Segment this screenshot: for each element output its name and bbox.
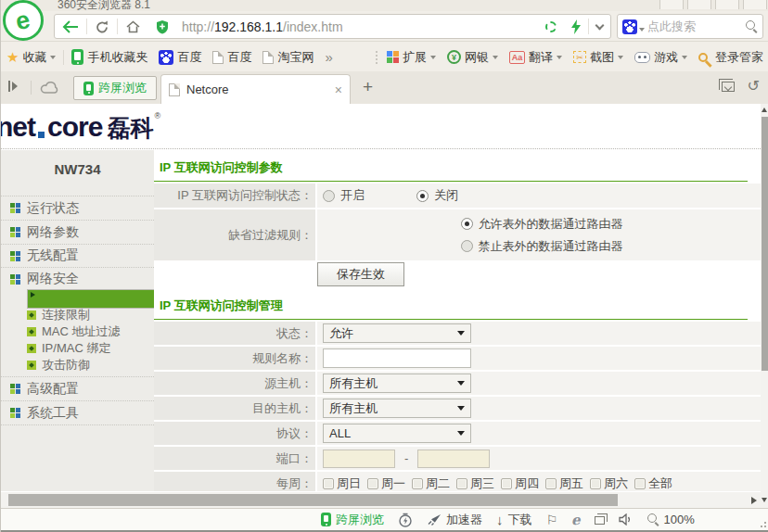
horizontal-scrollbar[interactable] xyxy=(1,491,761,508)
search-engine-dropdown-icon[interactable] xyxy=(639,28,645,32)
scroll-right-arrow-icon[interactable] xyxy=(751,497,757,504)
status-select[interactable]: 允许 xyxy=(323,323,471,343)
bookmark-mobile-favorites[interactable]: 手机收藏夹 xyxy=(66,47,153,68)
menu-grid-icon xyxy=(10,274,20,285)
weekday-checkbox-all[interactable] xyxy=(634,478,646,489)
cross-screen-browse-button[interactable]: 跨屏浏览 xyxy=(73,76,157,100)
scroll-down-arrow-icon[interactable] xyxy=(762,498,767,502)
snapshot-icon[interactable] xyxy=(538,15,564,38)
chevron-down-icon xyxy=(50,56,56,59)
bookmark-baidu-2[interactable]: 百度 xyxy=(207,47,257,68)
sidebar-item-network-params[interactable]: 网络参数 xyxy=(1,221,154,245)
window-controls[interactable] xyxy=(656,0,767,9)
mute-button[interactable] xyxy=(619,513,634,526)
zoom-control[interactable]: 100% xyxy=(647,513,695,526)
vertical-scrollbar-thumb[interactable] xyxy=(762,117,768,371)
screenshot-button[interactable]: ✂ 截图 xyxy=(568,47,629,68)
sidebar-item-access-control[interactable]: 访问控制 xyxy=(1,290,154,307)
search-input[interactable] xyxy=(647,19,746,33)
radio-deny[interactable] xyxy=(461,240,473,252)
save-button[interactable]: 保存生效 xyxy=(317,262,404,286)
sidebar-item-attack-defense[interactable]: 攻击防御 xyxy=(1,357,154,374)
sidebar-item-system-tools[interactable]: 系统工具 xyxy=(1,401,154,425)
sidebar-item-network-security[interactable]: 网络安全 xyxy=(1,268,154,290)
search-icon[interactable] xyxy=(746,20,758,32)
dest-host-select[interactable]: 所有主机 xyxy=(323,399,471,418)
source-host-select[interactable]: 所有主机 xyxy=(323,374,471,393)
bookmarks-overflow-button[interactable]: » xyxy=(319,47,338,68)
weekday-checkbox-tue[interactable] xyxy=(412,478,423,489)
protocol-select[interactable]: ALL xyxy=(323,424,471,443)
address-bar[interactable]: http://192.168.1.1/index.htm xyxy=(54,14,611,39)
network-speed-button[interactable] xyxy=(398,513,413,527)
extensions-button[interactable]: 扩展 xyxy=(381,47,442,68)
horizontal-scrollbar-thumb[interactable] xyxy=(8,494,618,506)
submenu-diamond-icon xyxy=(27,361,36,370)
sidebar-item-wireless-config[interactable]: 无线配置 xyxy=(1,245,154,268)
restore-window-icon[interactable] xyxy=(595,514,605,525)
tab-close-icon[interactable]: × xyxy=(335,82,342,97)
login-manager-button[interactable]: 登录管家 xyxy=(693,47,768,68)
window-title: 360安全浏览器 8.1 xyxy=(58,0,150,11)
sidebar-item-running-status[interactable]: 运行状态 xyxy=(1,196,154,221)
radio-disable[interactable] xyxy=(416,190,429,202)
download-button[interactable]: ↓ 下载 xyxy=(496,512,532,528)
reopen-closed-tab-button[interactable]: ↺ xyxy=(748,79,760,94)
weekday-checkbox-sat[interactable] xyxy=(590,478,601,489)
accelerator-button[interactable]: 加速器 xyxy=(427,512,482,528)
select-caret-icon xyxy=(457,431,465,436)
weekday-checkbox-sun[interactable] xyxy=(323,478,334,489)
tab-netcore[interactable]: Netcore × xyxy=(160,74,351,104)
translate-button[interactable]: Aa 翻译 xyxy=(504,47,568,68)
radio-allow[interactable] xyxy=(461,218,473,230)
vertical-scrollbar[interactable] xyxy=(761,104,768,508)
port-to-input[interactable] xyxy=(417,450,490,468)
radio-enable[interactable] xyxy=(323,190,335,202)
translate-icon: Aa xyxy=(509,51,525,64)
sidebar-item-advanced-config[interactable]: 高级配置 xyxy=(1,377,154,401)
weekday-checkbox-fri[interactable] xyxy=(545,478,557,489)
sidebar-item-connection-limit[interactable]: 连接限制 xyxy=(1,307,154,323)
bookmark-baidu[interactable]: 百度 xyxy=(153,47,207,68)
search-engine-icon[interactable] xyxy=(622,19,637,34)
statusbar-cross-screen-button[interactable]: 跨屏浏览 xyxy=(321,512,384,528)
cloud-sync-icon[interactable] xyxy=(40,81,59,98)
browser-logo-icon[interactable]: e xyxy=(3,0,44,41)
home-button[interactable] xyxy=(118,15,148,38)
compatibility-mode-icon[interactable]: e xyxy=(571,512,581,528)
title-bar: 360安全浏览器 8.1 xyxy=(1,0,768,11)
games-button[interactable]: 游戏 xyxy=(629,47,693,68)
sidebar-toggle-icon[interactable] xyxy=(8,81,18,92)
form-row-status: 状态： 允许 xyxy=(154,322,761,345)
speed-boost-icon[interactable] xyxy=(564,15,588,38)
scroll-up-arrow-icon[interactable] xyxy=(762,108,767,112)
search-box[interactable] xyxy=(617,14,763,39)
site-safety-icon[interactable] xyxy=(148,15,176,38)
tab-list-button[interactable] xyxy=(722,82,735,92)
sidebar-item-ip-mac-binding[interactable]: IP/MAC 绑定 xyxy=(1,340,154,357)
address-dropdown-button[interactable] xyxy=(589,15,610,38)
port-from-input[interactable] xyxy=(323,450,395,468)
baidu-paw-icon xyxy=(159,50,173,65)
speaker-icon xyxy=(619,513,634,526)
refresh-button[interactable] xyxy=(87,15,117,38)
url-text[interactable]: http://192.168.1.1/index.htm xyxy=(176,19,538,34)
weekday-checkbox-mon[interactable] xyxy=(367,478,378,489)
report-flag-icon[interactable]: ⚐ xyxy=(546,513,558,527)
rule-name-input[interactable] xyxy=(323,348,471,368)
weekday-checkbox-thu[interactable] xyxy=(501,478,512,489)
chevron-down-icon xyxy=(493,56,498,59)
resize-grip[interactable] xyxy=(759,520,766,527)
weekday-checkbox-wed[interactable] xyxy=(456,478,467,489)
new-tab-button[interactable]: + xyxy=(363,77,373,97)
online-banking-button[interactable]: ¥ 网银 xyxy=(442,47,504,68)
zoom-level: 100% xyxy=(664,513,695,526)
rocket-icon xyxy=(427,513,442,526)
sidebar-item-mac-filter[interactable]: MAC 地址过滤 xyxy=(1,323,154,340)
back-button[interactable] xyxy=(55,15,86,38)
bookmark-taobao[interactable]: 淘宝网 xyxy=(257,47,319,68)
menu-grid-icon xyxy=(10,251,20,261)
chevron-down-icon xyxy=(618,56,623,59)
favorites-menu[interactable]: ★ 收藏 xyxy=(1,47,61,68)
sidebar-group-network-security: 网络安全 访问控制 连接限制 MAC 地址过滤 xyxy=(1,268,154,377)
